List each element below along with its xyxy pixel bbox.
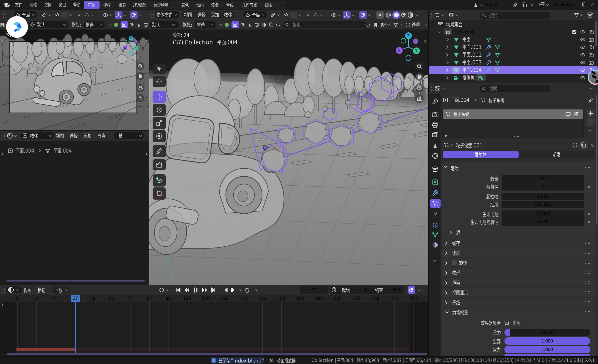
svg-text:Z: Z <box>130 37 132 40</box>
svg-text:Y: Y <box>135 46 137 50</box>
svg-text:Z: Z <box>407 33 410 38</box>
svg-text:X: X <box>398 48 401 53</box>
svg-text:X: X <box>124 46 126 49</box>
svg-text:Y: Y <box>415 48 418 53</box>
